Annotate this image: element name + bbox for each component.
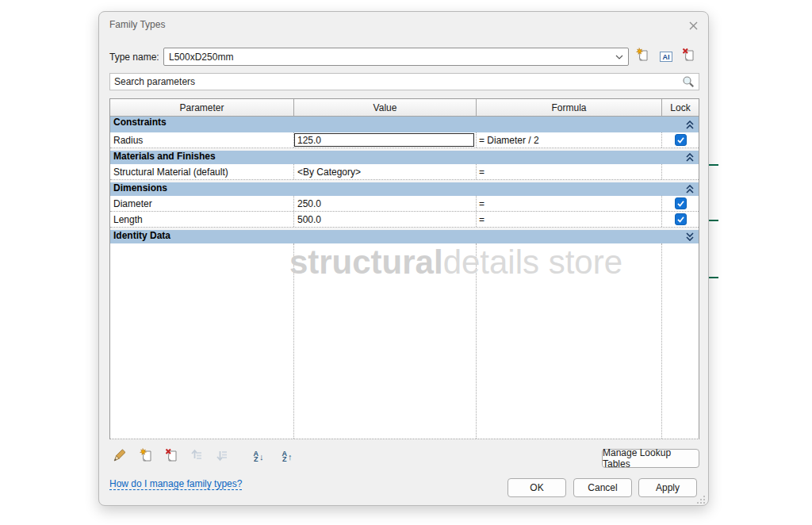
table-row-radius: Radius = Diameter / 2 [110,132,699,148]
new-parameter-icon [139,448,154,466]
dialog-titlebar[interactable]: Family Types [99,12,708,36]
type-name-label: Type name: [109,52,159,63]
header-formula[interactable]: Formula [476,99,661,116]
manage-lookup-tables-button[interactable]: Manage Lookup Tables [602,449,699,468]
table-empty-area [110,243,699,439]
resize-grip[interactable] [696,493,706,503]
move-parameter-up-button-disabled[interactable] [187,448,203,466]
param-value[interactable]: 250.0 [293,196,476,211]
rename-type-button[interactable]: AI [658,48,674,65]
reference-plane-line [707,220,718,221]
param-name[interactable]: Length [110,212,293,227]
table-header-row: Parameter Value Formula Lock [110,99,699,117]
search-placeholder: Search parameters [110,76,678,87]
sort-descending-button[interactable]: AZ ↑ [278,448,297,466]
chevron-down-icon[interactable] [611,55,628,59]
collapse-section-icon[interactable] [681,151,699,164]
table-row-diameter: Diameter 250.0 = [110,196,699,212]
help-link[interactable]: How do I manage family types? [109,478,242,490]
expand-section-icon[interactable] [681,230,699,243]
move-up-icon [188,448,202,466]
edit-parameter-button[interactable] [112,448,128,466]
param-name[interactable]: Structural Material (default) [110,164,293,179]
header-value[interactable]: Value [293,99,476,116]
radius-value-input[interactable] [294,133,474,147]
param-value[interactable]: 500.0 [293,212,476,227]
rename-type-icon: AI [660,52,672,62]
section-identity-data[interactable]: Identity Data [110,228,699,243]
apply-button[interactable]: Apply [638,478,697,497]
revit-canvas: Family Types Type name: L500xD250mm AI [0,0,812,525]
table-row-structural-material: Structural Material (default) <By Catego… [110,164,699,180]
collapse-section-icon[interactable] [681,182,699,196]
search-icon[interactable] [678,75,699,88]
new-type-icon [635,48,650,66]
header-parameter[interactable]: Parameter [110,99,293,116]
search-parameters-input[interactable]: Search parameters [109,73,699,90]
type-name-value: L500xD250mm [164,52,611,63]
param-formula[interactable]: = Diameter / 2 [476,132,661,148]
section-constraints[interactable]: Constraints [110,117,699,132]
pencil-icon [112,447,128,466]
new-type-button[interactable] [634,48,650,65]
collapse-section-icon[interactable] [681,117,699,132]
cancel-button[interactable]: Cancel [573,478,632,497]
section-title: Materials and Finishes [110,151,681,164]
param-name[interactable]: Radius [110,132,293,148]
sort-descending-icon: AZ ↑ [282,451,293,462]
family-types-dialog: Family Types Type name: L500xD250mm AI [98,11,709,506]
param-name[interactable]: Diameter [110,196,293,211]
section-dimensions[interactable]: Dimensions [110,180,699,196]
parameters-table: Parameter Value Formula Lock Constraints… [109,98,699,439]
reference-plane-line [707,277,718,278]
lock-checkbox-checked[interactable] [675,213,687,225]
delete-parameter-icon [164,448,179,466]
delete-type-icon [681,48,696,66]
reference-plane-line [707,164,718,166]
sort-ascending-button[interactable]: AZ ↓ [249,448,268,466]
param-value[interactable]: <By Category> [293,164,476,179]
section-materials-and-finishes[interactable]: Materials and Finishes [110,148,699,164]
new-parameter-button[interactable] [138,448,154,466]
sort-ascending-icon: AZ ↓ [254,451,264,462]
section-title: Identity Data [110,230,681,243]
section-title: Dimensions [110,182,681,196]
type-name-combobox[interactable]: L500xD250mm [163,48,629,66]
close-icon[interactable] [686,18,700,33]
delete-parameter-button[interactable] [163,448,179,466]
header-lock[interactable]: Lock [661,99,699,116]
table-row-length: Length 500.0 = [110,212,699,228]
param-formula[interactable]: = [476,164,661,179]
section-title: Constraints [110,117,681,132]
move-parameter-down-button-disabled[interactable] [213,448,228,466]
lock-checkbox-checked[interactable] [675,197,687,209]
dialog-title: Family Types [109,19,165,30]
param-formula[interactable]: = [476,212,661,227]
ok-button[interactable]: OK [508,478,566,497]
move-down-icon [213,448,228,466]
parameter-toolbar: AZ ↓ AZ ↑ [109,447,297,466]
lock-checkbox-checked[interactable] [675,134,687,146]
param-formula[interactable]: = [476,196,661,211]
delete-type-button[interactable] [680,48,696,65]
